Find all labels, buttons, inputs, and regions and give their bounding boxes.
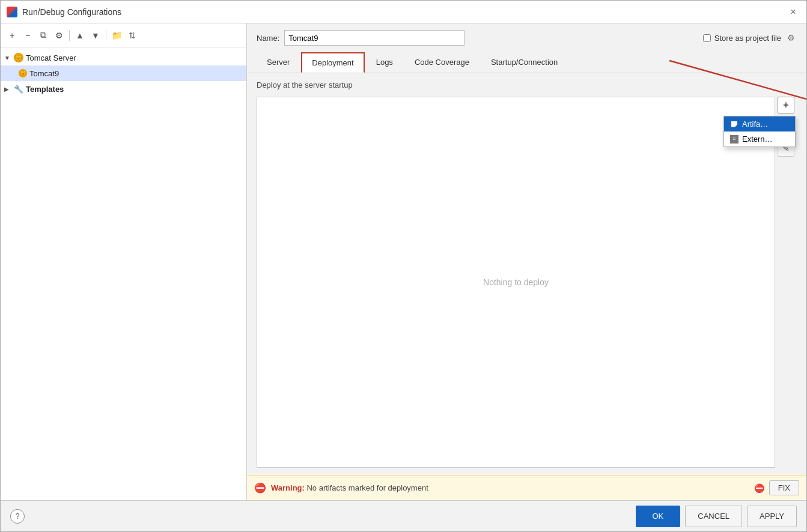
fix-area: ⛔ FIX [754, 480, 799, 495]
tomcat-server-label: Tomcat Server [26, 53, 76, 62]
store-project-area: Store as project file ⚙ [703, 32, 797, 44]
name-bar: Name: Store as project file ⚙ [247, 23, 806, 52]
warning-bar: ⛔ Warning: No artifacts marked for deplo… [247, 475, 806, 500]
artifact-label: Artifa… [742, 119, 768, 128]
help-button[interactable]: ? [10, 509, 25, 524]
name-input[interactable] [284, 30, 464, 46]
tab-startup-connection[interactable]: Startup/Connection [481, 52, 568, 73]
deploy-area: Nothing to deploy [257, 97, 775, 468]
settings-button[interactable]: ⚙ [52, 29, 65, 42]
add-deploy-wrapper: + Artifa… [778, 97, 794, 113]
templates-label: Templates [26, 85, 64, 94]
toolbar-divider-2 [106, 30, 106, 41]
fix-button[interactable]: FIX [769, 480, 799, 495]
remove-config-button[interactable]: − [21, 29, 34, 42]
warning-text: Warning: No artifacts marked for deploym… [271, 483, 428, 492]
panel-body: Deploy at the server startup Nothing to … [247, 73, 806, 475]
copy-config-button[interactable]: ⧉ [37, 29, 50, 42]
title-bar-left: Run/Debug Configurations [7, 7, 121, 17]
sidebar-toolbar: + − ⧉ ⚙ ▲ ▼ 📁 ⇅ [1, 23, 246, 47]
sidebar-item-templates[interactable]: ▶ 🔧 Templates [1, 81, 246, 97]
dropdown-artifact-item[interactable]: Artifa… [724, 116, 795, 131]
tabs-bar: Server Deployment Logs Code Coverage Sta… [247, 52, 806, 73]
external-label: Extern… [742, 135, 773, 144]
sort-button[interactable]: ⇅ [126, 29, 139, 42]
store-project-label: Store as project file [714, 34, 781, 43]
chevron-right-icon: ▶ [4, 86, 11, 92]
deploy-dropdown: Artifa… ≡ Extern… [723, 116, 796, 147]
apply-button[interactable]: APPLY [747, 506, 797, 527]
title-bar: Run/Debug Configurations × [1, 1, 806, 23]
side-buttons: + Artifa… [775, 97, 797, 468]
artifact-icon [730, 120, 738, 128]
deploy-header: Deploy at the server startup [257, 80, 797, 89]
bottom-bar: ? OK CANCEL APPLY [1, 500, 806, 531]
external-icon: ≡ [730, 135, 738, 144]
app-icon [7, 7, 17, 17]
ok-button[interactable]: OK [636, 506, 681, 527]
sidebar-item-tomcat-server[interactable]: ▼ 🐱 Tomcat Server [1, 50, 246, 65]
wrench-icon: 🔧 [14, 85, 23, 94]
sidebar-item-tomcat9[interactable]: 🐱 Tomcat9 [1, 65, 246, 81]
tomcat9-icon: 🐱 [19, 69, 27, 77]
chevron-down-icon: ▼ [4, 55, 11, 61]
deploy-area-wrapper: Nothing to deploy + [257, 97, 797, 468]
tomcat-server-icon: 🐱 [14, 53, 23, 62]
sidebar: + − ⧉ ⚙ ▲ ▼ 📁 ⇅ ▼ 🐱 Tomcat Server [1, 23, 247, 500]
tab-code-coverage[interactable]: Code Coverage [404, 52, 480, 73]
tab-server[interactable]: Server [257, 52, 300, 73]
gear-icon[interactable]: ⚙ [785, 32, 797, 44]
close-button[interactable]: × [786, 5, 800, 19]
cancel-button[interactable]: CANCEL [685, 506, 742, 527]
toolbar-divider [69, 30, 70, 41]
move-up-button[interactable]: ▲ [73, 29, 87, 42]
warning-message: No artifacts marked for deployment [306, 483, 428, 492]
run-debug-dialog: Run/Debug Configurations × + − ⧉ ⚙ ▲ ▼ 📁… [0, 0, 807, 532]
main-content: + − ⧉ ⚙ ▲ ▼ 📁 ⇅ ▼ 🐱 Tomcat Server [1, 23, 806, 500]
add-config-button[interactable]: + [5, 29, 19, 42]
folder-button[interactable]: 📁 [110, 29, 123, 42]
tab-deployment[interactable]: Deployment [301, 52, 364, 73]
dropdown-external-item[interactable]: ≡ Extern… [724, 131, 795, 147]
move-down-button[interactable]: ▼ [89, 29, 102, 42]
store-project-checkbox[interactable] [703, 34, 711, 42]
fix-icon: ⛔ [754, 483, 764, 493]
tomcat9-label: Tomcat9 [29, 69, 59, 78]
warning-icon: ⛔ [254, 482, 266, 494]
warning-prefix: Warning: [271, 483, 305, 492]
add-deploy-button[interactable]: + [778, 97, 794, 113]
sidebar-tree: ▼ 🐱 Tomcat Server 🐱 Tomcat9 ▶ 🔧 Template… [1, 47, 246, 500]
right-panel: Name: Store as project file ⚙ Server Dep… [247, 23, 806, 500]
name-label: Name: [257, 34, 279, 43]
dialog-title: Run/Debug Configurations [22, 7, 121, 17]
empty-deploy-text: Nothing to deploy [483, 277, 549, 287]
tab-logs[interactable]: Logs [366, 52, 403, 73]
